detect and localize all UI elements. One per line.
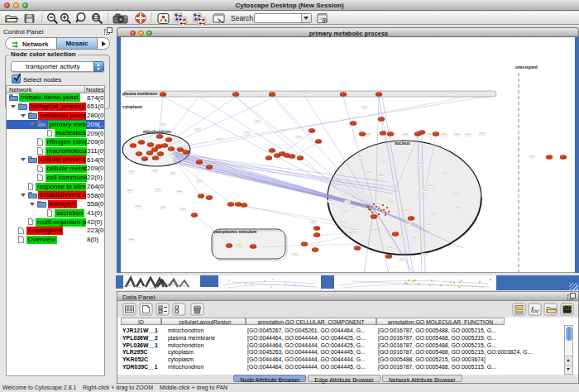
svg-text:endoplasmic reticulum: endoplasmic reticulum [213,230,256,234]
svg-text:mitochondrion: mitochondrion [143,130,171,134]
svg-text:nucleus: nucleus [395,141,410,146]
svg-text:plasma membrane: plasma membrane [122,92,157,96]
svg-text:unassigned: unassigned [515,65,538,69]
svg-text:cytoplasm: cytoplasm [122,105,142,109]
